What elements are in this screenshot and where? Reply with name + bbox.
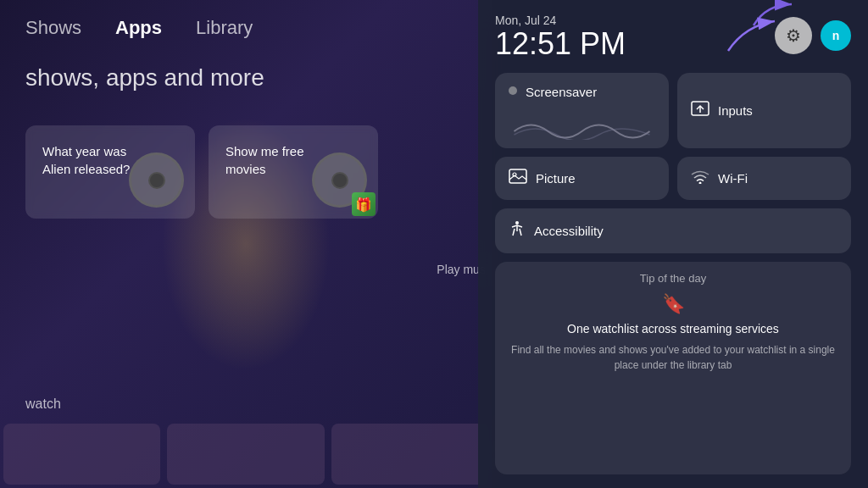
wifi-button[interactable]: Wi-Fi [677,157,851,200]
strip-item-2 [167,424,324,485]
gift-icon: 🎁 [352,192,376,216]
arrow-indicator [749,0,800,30]
tip-content: 🔖 One watchlist across streaming service… [509,293,837,373]
nav-apps[interactable]: Apps [115,17,162,39]
tv-nav: Shows Apps Library [0,0,492,56]
accessibility-icon [509,220,526,241]
tip-section: Tip of the day 🔖 One watchlist across st… [495,262,851,474]
screensaver-dot-icon [509,86,517,95]
film-reel-1 [129,152,188,212]
tip-description: Find all the movies and shows you've add… [509,342,837,373]
bottom-strip [0,420,492,488]
svg-point-6 [515,221,519,225]
wifi-label: Wi-Fi [718,171,748,186]
settings-header: Mon, Jul 24 12:51 PM ⚙ n [495,14,851,61]
user-avatar[interactable]: n [821,20,851,51]
tip-title: One watchlist across streaming services [567,322,779,336]
strip-item-3 [331,424,488,485]
screensaver-label: Screensaver [526,85,597,99]
svg-rect-3 [509,169,526,183]
watch-label: watch [25,396,61,412]
wifi-icon [691,169,709,188]
nav-shows[interactable]: Shows [25,17,81,39]
quick-settings-grid: Screensaver Inputs [495,73,851,253]
picture-button[interactable]: Picture [495,157,669,200]
search-card-alien[interactable]: What year was Alien released? [25,125,195,219]
tv-panel: Shows Apps Library shows, apps and more … [0,0,492,488]
bookmark-icon: 🔖 [662,293,685,315]
accessibility-label: Accessibility [534,224,604,238]
inputs-label: Inputs [718,103,753,118]
nav-library[interactable]: Library [196,17,253,39]
gear-button[interactable]: ⚙ [775,17,812,54]
tip-section-label: Tip of the day [509,272,837,285]
date-time: Mon, Jul 24 12:51 PM [495,14,626,61]
search-card-alien-text: What year was Alien released? [42,142,136,178]
strip-item-1 [3,424,160,485]
hero-text: shows, apps and more [0,56,492,108]
inputs-button[interactable]: Inputs [677,73,851,148]
screensaver-button[interactable]: Screensaver [495,73,669,148]
settings-panel: Mon, Jul 24 12:51 PM ⚙ n [478,0,868,488]
search-card-movies[interactable]: Show me free movies 🎁 [209,125,378,219]
header-icons: ⚙ n [775,17,851,54]
date-display: Mon, Jul 24 [495,14,626,27]
screensaver-wave-icon [509,114,655,140]
film-reel-2: 🎁 [312,152,371,212]
search-card-movies-text: Show me free movies [225,142,319,178]
svg-point-5 [699,181,702,184]
inputs-icon [691,101,709,120]
time-display: 12:51 PM [495,27,626,61]
search-cards: What year was Alien released? Show me fr… [0,108,492,236]
accessibility-button[interactable]: Accessibility [495,208,851,253]
picture-label: Picture [536,171,576,186]
picture-icon [509,169,527,188]
